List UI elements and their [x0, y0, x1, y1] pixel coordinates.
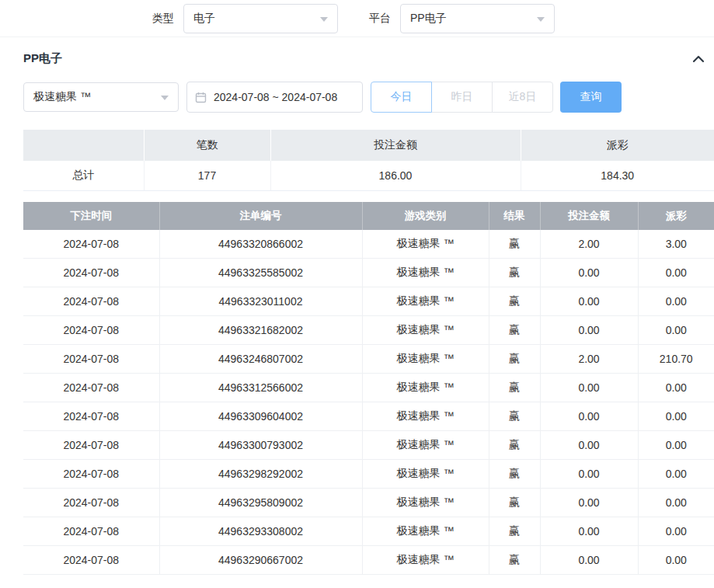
chevron-down-icon: [161, 96, 169, 100]
table-cell: 2024-07-08: [23, 431, 159, 460]
bets-table: 下注时间 注单编号 游戏类别 结果 投注金额 派彩 2024-07-084496…: [23, 202, 714, 576]
table-cell: 极速糖果 ™: [362, 316, 489, 345]
table-cell: 2.00: [540, 230, 638, 259]
table-cell: 0.00: [638, 316, 714, 345]
summary-total-payout: 184.30: [521, 161, 714, 190]
table-cell: 赢: [489, 431, 540, 460]
table-cell: 极速糖果 ™: [362, 259, 489, 287]
bets-header-bet-amount: 投注金额: [540, 202, 638, 230]
summary-table: 笔数 投注金额 派彩 总计 177 186.00 184.30: [23, 130, 714, 191]
table-cell: 2024-07-08: [23, 259, 159, 287]
table-row: 2024-07-0844963325585002极速糖果 ™赢0.000.00: [23, 259, 714, 287]
table-cell: 3.00: [638, 230, 714, 259]
table-cell: 0.00: [638, 460, 714, 489]
table-row: 2024-07-0844963320866002极速糖果 ™赢2.003.00: [23, 230, 714, 259]
type-filter: 类型 电子: [152, 4, 338, 33]
table-cell: 极速糖果 ™: [362, 345, 489, 374]
table-cell: 44963309604002: [159, 402, 362, 431]
platform-label: 平台: [369, 12, 391, 26]
table-cell: 2024-07-08: [23, 460, 159, 489]
summary-header-bet-amount: 投注金额: [270, 130, 521, 161]
table-cell: 0.00: [540, 259, 638, 287]
table-cell: 44963298292002: [159, 460, 362, 489]
table-cell: 0.00: [540, 460, 638, 489]
calendar-icon: [195, 92, 207, 103]
query-button[interactable]: 查询: [560, 82, 622, 113]
table-cell: 0.00: [638, 517, 714, 546]
table-cell: 0.00: [540, 316, 638, 345]
table-row: 2024-07-0844963298292002极速糖果 ™赢0.000.00: [23, 460, 714, 489]
table-row: 2024-07-0844963295809002极速糖果 ™赢0.000.00: [23, 489, 714, 517]
table-cell: 赢: [489, 316, 540, 345]
chevron-up-icon[interactable]: [692, 54, 705, 64]
table-cell: 44963290667002: [159, 546, 362, 575]
table-row: 2024-07-0844963293308002极速糖果 ™赢0.000.00: [23, 517, 714, 546]
type-select-value: 电子: [193, 12, 215, 26]
table-cell: 极速糖果 ™: [362, 230, 489, 259]
chevron-down-icon: [537, 17, 545, 22]
quick-range-button-group: 今日 昨日 近8日: [371, 82, 553, 113]
table-cell: 赢: [489, 402, 540, 431]
bets-header-row: 下注时间 注单编号 游戏类别 结果 投注金额 派彩: [23, 202, 714, 230]
bets-header-bet-id: 注单编号: [159, 202, 362, 230]
bets-table-body: 2024-07-0844963320866002极速糖果 ™赢2.003.002…: [23, 230, 714, 575]
table-cell: 极速糖果 ™: [362, 489, 489, 517]
table-cell: 0.00: [540, 287, 638, 316]
table-cell: 赢: [489, 287, 540, 316]
table-cell: 44963312566002: [159, 374, 362, 402]
summary-header-row: 笔数 投注金额 派彩: [23, 130, 714, 161]
table-cell: 赢: [489, 460, 540, 489]
table-cell: 0.00: [540, 489, 638, 517]
table-cell: 极速糖果 ™: [362, 517, 489, 546]
table-cell: 0.00: [540, 374, 638, 402]
table-cell: 0.00: [540, 431, 638, 460]
table-cell: 0.00: [638, 374, 714, 402]
table-cell: 0.00: [638, 489, 714, 517]
platform-select[interactable]: PP电子: [400, 4, 555, 33]
table-cell: 2024-07-08: [23, 230, 159, 259]
table-cell: 2024-07-08: [23, 345, 159, 374]
table-cell: 2.00: [540, 345, 638, 374]
summary-header-empty: [23, 130, 144, 161]
table-cell: 赢: [489, 374, 540, 402]
table-cell: 极速糖果 ™: [362, 374, 489, 402]
chevron-down-icon: [320, 17, 328, 22]
table-cell: 赢: [489, 345, 540, 374]
table-cell: 2024-07-08: [23, 374, 159, 402]
table-row: 2024-07-0844963309604002极速糖果 ™赢0.000.00: [23, 402, 714, 431]
table-row: 2024-07-0844963323011002极速糖果 ™赢0.000.00: [23, 287, 714, 316]
table-cell: 44963293308002: [159, 517, 362, 546]
summary-total-bet-amount: 186.00: [270, 161, 521, 190]
summary-header-count: 笔数: [144, 130, 270, 161]
table-cell: 0.00: [638, 402, 714, 431]
table-cell: 2024-07-08: [23, 316, 159, 345]
table-cell: 210.70: [638, 345, 714, 374]
today-button[interactable]: 今日: [371, 82, 432, 113]
bets-header-result: 结果: [489, 202, 540, 230]
yesterday-button[interactable]: 昨日: [431, 82, 493, 113]
table-cell: 44963321682002: [159, 316, 362, 345]
table-cell: 极速糖果 ™: [362, 287, 489, 316]
last-8-days-button[interactable]: 近8日: [492, 82, 553, 113]
table-row: 2024-07-0844963246807002极速糖果 ™赢2.00210.7…: [23, 345, 714, 374]
table-cell: 2024-07-08: [23, 402, 159, 431]
table-row: 2024-07-0844963290667002极速糖果 ™赢0.000.00: [23, 546, 714, 575]
table-cell: 0.00: [638, 287, 714, 316]
table-cell: 2024-07-08: [23, 517, 159, 546]
date-range-value: 2024-07-08 ~ 2024-07-08: [214, 91, 337, 103]
type-select[interactable]: 电子: [183, 4, 338, 33]
table-cell: 赢: [489, 546, 540, 575]
platform-filter: 平台 PP电子: [369, 4, 555, 33]
summary-total-count: 177: [144, 161, 270, 190]
bets-header-payout: 派彩: [638, 202, 714, 230]
game-select[interactable]: 极速糖果 ™: [23, 82, 179, 112]
bets-header-game-category: 游戏类别: [362, 202, 489, 230]
table-cell: 极速糖果 ™: [362, 431, 489, 460]
table-cell: 0.00: [638, 431, 714, 460]
section-title: PP电子: [23, 51, 62, 66]
table-cell: 极速糖果 ™: [362, 402, 489, 431]
date-range-input[interactable]: 2024-07-08 ~ 2024-07-08: [186, 82, 363, 113]
table-row: 2024-07-0844963300793002极速糖果 ™赢0.000.00: [23, 431, 714, 460]
table-cell: 极速糖果 ™: [362, 546, 489, 575]
query-filter-bar: 极速糖果 ™ 2024-07-08 ~ 2024-07-08 今日 昨日 近8日…: [23, 82, 714, 113]
